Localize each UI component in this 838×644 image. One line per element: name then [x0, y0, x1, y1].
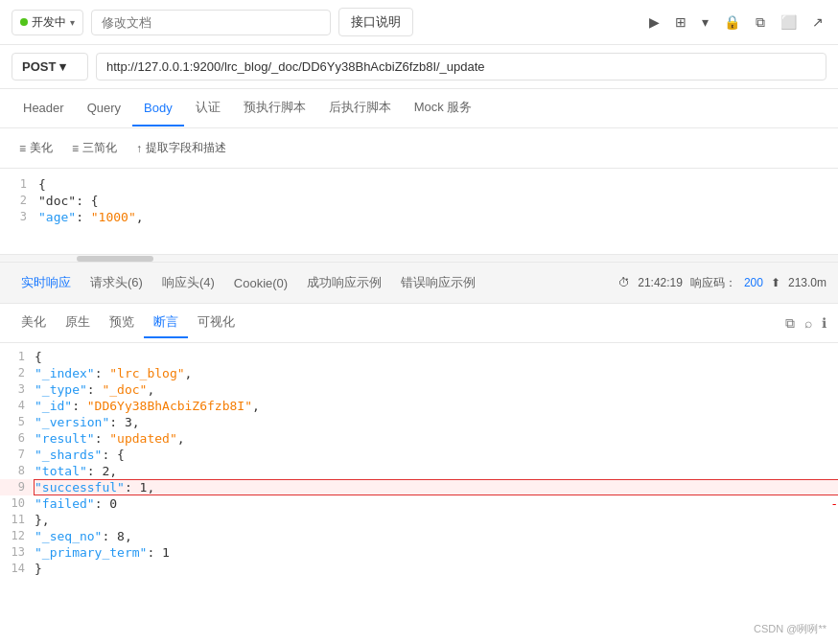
view-tab-预览[interactable]: 预览 [100, 308, 144, 338]
response-body: 1 { 2 "_index": "lrc_blog", 3 "_type": "… [0, 343, 838, 583]
resp-line-content: } [35, 562, 838, 576]
resp-line-number: 6 [0, 431, 35, 445]
resp-line-number: 14 [0, 562, 35, 575]
request-tabs: HeaderQueryBody认证预执行脚本后执行脚本Mock 服务 [0, 89, 838, 128]
watermark: CSDN @咧咧** [754, 622, 826, 636]
line-number: 1 [0, 177, 38, 191]
resp-tab-响应头4[interactable]: 响应头(4) [152, 268, 224, 297]
layout-icon[interactable]: ⊞ [672, 12, 689, 33]
resp-line-content: "successful": 1, [35, 480, 838, 494]
env-selector[interactable]: 开发中 ▾ [12, 10, 83, 35]
resp-line-number: 12 [0, 529, 35, 542]
line-number: 3 [0, 210, 38, 223]
resp-line-number: 7 [0, 448, 35, 461]
req-tab-后执行脚本[interactable]: 后执行脚本 [317, 89, 403, 127]
resp-tab-Cookie0[interactable]: Cookie(0) [224, 270, 297, 296]
request-body-editor[interactable]: 1 { 2 "doc": { 3 "age": "1000", [0, 169, 838, 255]
resp-line-content: "_index": "lrc_blog", [35, 366, 838, 380]
line-number: 2 [0, 194, 38, 207]
response-code-label: 响应码： [690, 275, 736, 291]
env-chevron-icon: ▾ [70, 17, 75, 28]
resp-line-content: "_primary_term": 1 [35, 545, 838, 560]
external-link-icon[interactable]: ↗ [809, 12, 826, 33]
resp-line-content: { [35, 350, 838, 364]
info-response-icon[interactable]: ℹ [822, 315, 826, 331]
req-tab-Body[interactable]: Body [132, 91, 184, 126]
resp-line: 7 "_shards": { [0, 447, 838, 463]
horizontal-scrollbar[interactable] [0, 255, 838, 263]
copy-icon[interactable]: ⧉ [753, 12, 768, 34]
top-toolbar: 开发中 ▾ 接口说明 ▶ ⊞ ▾ 🔒 ⧉ ⬜ ↗ [0, 0, 838, 45]
resp-line-number: 5 [0, 415, 35, 428]
view-tab-icon-group: ⧉ ⌕ ℹ [785, 315, 826, 332]
resp-line-number: 4 [0, 399, 35, 412]
resp-line: 4 "_id": "DD6Yy38BhAcbiZ6fzb8I", [0, 398, 838, 414]
resp-line-content: "total": 2, [35, 464, 838, 478]
resp-line-number: 8 [0, 464, 35, 477]
resp-line: 10 "failed": 0 - [0, 495, 838, 512]
response-meta: ⏱ 21:42:19 响应码： 200 ⬆ 213.0m [618, 275, 826, 291]
resp-line-number: 11 [0, 513, 35, 526]
code-line: 1 { [0, 176, 838, 193]
resp-tab-实时响应[interactable]: 实时响应 [12, 268, 81, 297]
resp-line-number: 2 [0, 366, 35, 380]
line-content: "doc": { [38, 194, 99, 208]
search-response-icon[interactable]: ⌕ [804, 315, 812, 331]
resp-line: 12 "_seq_no": 8, [0, 528, 838, 544]
method-label: POST [22, 59, 56, 74]
resp-line: 14 } [0, 561, 838, 577]
resp-line-content: "failed": 0 [35, 496, 823, 511]
resp-line-content: "_shards": { [35, 448, 838, 462]
play-icon[interactable]: ▶ [646, 12, 663, 33]
view-tab-原生[interactable]: 原生 [56, 308, 100, 338]
resp-line-content: "_id": "DD6Yy38BhAcbiZ6fzb8I", [35, 399, 838, 413]
resp-line: 11 }, [0, 512, 838, 528]
resp-line: 1 { [0, 349, 838, 365]
code-line: 3 "age": "1000", [0, 209, 838, 225]
req-tab-Query[interactable]: Query [76, 91, 132, 126]
view-tab-美化[interactable]: 美化 [12, 308, 56, 338]
resp-line-content: "_version": 3, [35, 415, 838, 429]
line-content: "age": "1000", [38, 210, 144, 224]
method-selector[interactable]: POST ▾ [12, 53, 88, 80]
req-tab-Mock服务[interactable]: Mock 服务 [403, 89, 484, 127]
response-header: 实时响应请求头(6)响应头(4)Cookie(0)成功响应示例错误响应示例 ⏱ … [0, 263, 838, 304]
api-desc-button[interactable]: 接口说明 [338, 8, 413, 36]
resp-line: 6 "result": "updated", [0, 430, 838, 447]
url-input[interactable] [96, 53, 826, 80]
code-line: 2 "doc": { [0, 193, 838, 209]
format-btn-1[interactable]: ≡三简化 [64, 136, 125, 160]
lock-icon[interactable]: 🔒 [721, 12, 743, 33]
resp-line-number: 13 [0, 545, 35, 559]
copy-response-icon[interactable]: ⧉ [785, 315, 795, 332]
method-chevron-icon: ▾ [59, 59, 66, 74]
req-tab-认证[interactable]: 认证 [184, 89, 232, 127]
resp-line-number: 3 [0, 382, 35, 396]
resp-line-number: 1 [0, 350, 35, 363]
view-tab-可视化[interactable]: 可视化 [188, 308, 244, 338]
chevron-down-icon[interactable]: ▾ [699, 12, 711, 33]
monitor-icon[interactable]: ⬜ [778, 12, 800, 33]
resp-line: 9 "successful": 1, [0, 479, 838, 495]
resp-line: 8 "total": 2, [0, 463, 838, 479]
req-tab-预执行脚本[interactable]: 预执行脚本 [232, 89, 317, 127]
resp-tab-成功响应示例[interactable]: 成功响应示例 [297, 268, 391, 297]
response-size: 213.0m [788, 276, 826, 289]
resp-tab-错误响应示例[interactable]: 错误响应示例 [391, 268, 485, 297]
response-code: 200 [744, 276, 763, 289]
req-tab-Header[interactable]: Header [12, 91, 76, 126]
env-status-dot [20, 18, 28, 26]
response-time: 21:42:19 [638, 276, 683, 289]
doc-name-input[interactable] [91, 10, 331, 35]
format-btn-0[interactable]: ≡美化 [12, 136, 60, 160]
resp-line-number: 10 [0, 496, 35, 510]
resp-tab-请求头6[interactable]: 请求头(6) [81, 268, 152, 297]
line-content: { [38, 177, 46, 192]
toolbar-icons: ▶ ⊞ ▾ 🔒 ⧉ ⬜ ↗ [646, 12, 826, 34]
env-label: 开发中 [32, 14, 66, 31]
format-btn-2[interactable]: ↑提取字段和描述 [128, 136, 234, 160]
resp-line: 5 "_version": 3, [0, 414, 838, 430]
resp-line: 3 "_type": "_doc", [0, 381, 838, 398]
view-tab-断言[interactable]: 断言 [144, 308, 188, 338]
response-size-icon: ⬆ [771, 276, 780, 289]
